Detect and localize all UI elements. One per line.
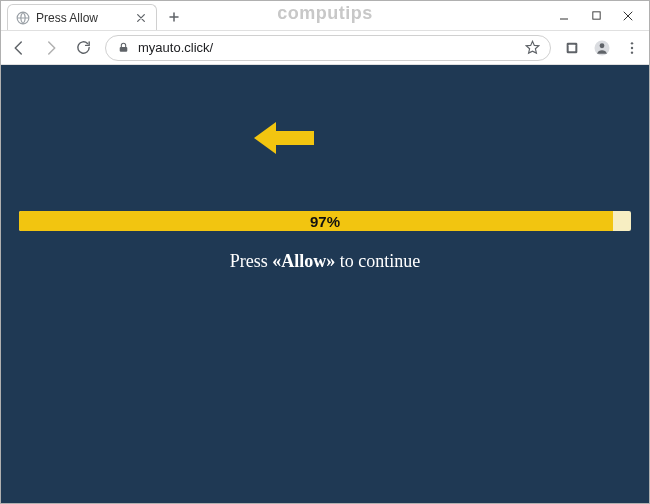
message-strong: «Allow» bbox=[272, 251, 335, 271]
new-tab-button[interactable] bbox=[163, 6, 185, 28]
svg-point-8 bbox=[631, 46, 633, 48]
close-window-button[interactable] bbox=[621, 9, 635, 23]
url-input[interactable] bbox=[138, 40, 516, 55]
back-button[interactable] bbox=[9, 38, 29, 58]
toolbar-right-icons bbox=[563, 39, 641, 57]
menu-kebab-icon[interactable] bbox=[623, 39, 641, 57]
profile-avatar-icon[interactable] bbox=[593, 39, 611, 57]
address-bar[interactable] bbox=[105, 35, 551, 61]
progress-label: 97% bbox=[310, 213, 340, 230]
progress-bar-track: 97% bbox=[19, 211, 631, 231]
minimize-button[interactable] bbox=[557, 9, 571, 23]
svg-rect-1 bbox=[592, 12, 599, 19]
tab-close-icon[interactable] bbox=[134, 11, 148, 25]
bookmark-star-icon[interactable] bbox=[524, 40, 540, 56]
watermark-text: computips bbox=[277, 3, 373, 24]
left-arrow-icon bbox=[254, 120, 314, 156]
reload-button[interactable] bbox=[73, 38, 93, 58]
lock-icon bbox=[116, 41, 130, 55]
browser-tab[interactable]: Press Allow bbox=[7, 4, 157, 30]
svg-point-6 bbox=[600, 43, 605, 48]
browser-toolbar bbox=[1, 31, 649, 65]
extensions-icon[interactable] bbox=[563, 39, 581, 57]
titlebar: Press Allow computips bbox=[1, 1, 649, 31]
maximize-button[interactable] bbox=[589, 9, 603, 23]
press-allow-message: Press «Allow» to continue bbox=[1, 251, 649, 272]
forward-button[interactable] bbox=[41, 38, 61, 58]
page-content: 97% Press «Allow» to continue bbox=[1, 65, 649, 504]
svg-rect-4 bbox=[569, 44, 576, 51]
tab-favicon-icon bbox=[16, 11, 30, 25]
svg-point-9 bbox=[631, 51, 633, 53]
window-controls bbox=[557, 1, 649, 30]
message-post: to continue bbox=[335, 251, 420, 271]
svg-rect-2 bbox=[119, 47, 127, 52]
message-pre: Press bbox=[230, 251, 273, 271]
svg-point-7 bbox=[631, 42, 633, 44]
tabstrip: Press Allow bbox=[1, 1, 185, 30]
tab-title: Press Allow bbox=[36, 11, 128, 25]
